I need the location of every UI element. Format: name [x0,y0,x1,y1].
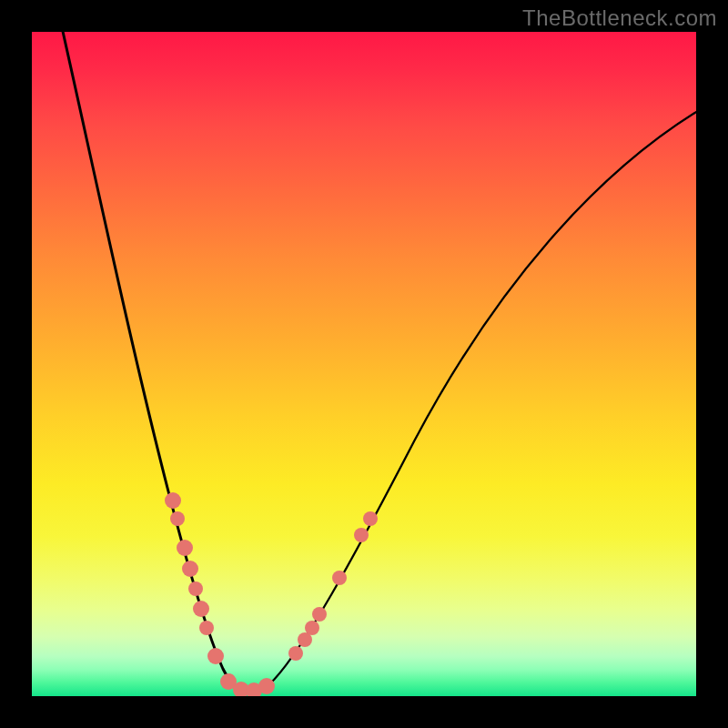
data-point [332,571,347,585]
data-point [305,621,319,635]
data-point [207,648,224,664]
data-point [288,646,303,661]
data-point [170,511,185,526]
data-point [165,492,181,509]
data-point [177,540,193,556]
data-point [193,601,209,617]
curve-layer [32,32,696,696]
data-points [165,492,378,696]
data-point [188,581,203,596]
plot-area [32,32,696,696]
data-point [363,511,378,526]
data-point [354,528,369,542]
data-point [182,561,198,577]
data-point [258,678,275,694]
left-curve [62,32,245,693]
right-curve [245,109,696,693]
chart-frame: TheBottleneck.com [0,0,728,728]
data-point [312,607,327,622]
data-point [199,621,214,635]
watermark-text: TheBottleneck.com [522,5,717,31]
